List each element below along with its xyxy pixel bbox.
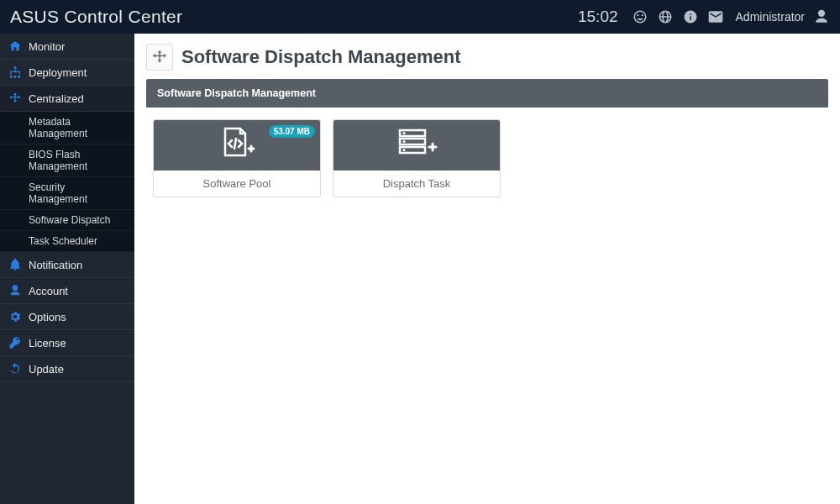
code-file-plus-icon <box>217 127 257 164</box>
page-heading: Software Dispatch Management <box>146 44 828 71</box>
page-title: Software Dispatch Management <box>181 46 461 68</box>
bell-icon <box>8 258 22 271</box>
sidebar-sub-label: Software Dispatch <box>29 214 110 226</box>
card-dispatch-task[interactable]: Dispatch Task <box>333 119 501 197</box>
sidebar-item-notification[interactable]: Notification <box>0 252 134 278</box>
sidebar: Monitor Deployment Centralized Metadata … <box>0 34 134 504</box>
sidebar-item-monitor[interactable]: Monitor <box>0 34 134 60</box>
server-plus-icon <box>395 127 438 164</box>
sidebar-item-label: Monitor <box>29 40 65 53</box>
mail-icon[interactable] <box>707 8 724 25</box>
globe-icon[interactable] <box>657 8 674 25</box>
sidebar-sub-bios-flash-management[interactable]: BIOS Flash Management <box>0 144 134 177</box>
panel-header: Software Dispatch Management <box>146 79 828 108</box>
card-top: 53.07 MB <box>154 120 320 171</box>
sidebar-sub-security-management[interactable]: Security Management <box>0 177 134 210</box>
info-icon[interactable] <box>682 8 699 25</box>
user-icon <box>8 284 22 297</box>
key-icon <box>8 336 22 349</box>
sidebar-item-label: Notification <box>29 259 82 271</box>
brand-title: ASUS Control Center <box>10 7 182 27</box>
panel-body: 53.07 MB Software Pool <box>146 108 828 209</box>
card-software-pool[interactable]: 53.07 MB Software Pool <box>153 119 321 197</box>
sidebar-sub-metadata-management[interactable]: Metadata Management <box>0 112 134 144</box>
sitemap-icon <box>8 66 22 79</box>
sidebar-item-label: License <box>29 337 66 349</box>
crosshair-icon <box>8 92 22 105</box>
card-label: Dispatch Task <box>333 171 500 197</box>
topbar-right: 15:02 Administrator <box>578 8 830 26</box>
sidebar-item-license[interactable]: License <box>0 330 134 356</box>
main-content: Software Dispatch Management Software Di… <box>134 34 840 504</box>
card-label: Software Pool <box>154 171 320 197</box>
sidebar-sub-label: BIOS Flash Management <box>29 149 126 172</box>
svg-point-4 <box>403 140 406 143</box>
svg-point-5 <box>403 149 406 151</box>
sidebar-item-update[interactable]: Update <box>0 356 134 382</box>
sidebar-item-centralized[interactable]: Centralized <box>0 86 134 112</box>
sidebar-item-label: Options <box>29 311 66 323</box>
crosshair-icon <box>146 44 173 71</box>
user-avatar-icon[interactable] <box>813 8 830 25</box>
topbar: ASUS Control Center 15:02 Administrator <box>0 0 840 34</box>
sidebar-item-label: Update <box>29 363 64 375</box>
size-badge: 53.07 MB <box>269 125 315 138</box>
sidebar-item-deployment[interactable]: Deployment <box>0 60 134 86</box>
gear-icon <box>8 310 22 323</box>
clock-time: 15:02 <box>578 8 618 26</box>
sidebar-sub-label: Metadata Management <box>29 116 126 139</box>
home-icon <box>8 39 22 53</box>
sidebar-item-label: Deployment <box>29 66 87 79</box>
sidebar-item-options[interactable]: Options <box>0 304 134 330</box>
card-top <box>333 120 500 171</box>
sidebar-item-label: Centralized <box>29 92 84 105</box>
sidebar-sub-software-dispatch[interactable]: Software Dispatch <box>0 210 134 231</box>
sidebar-item-label: Account <box>29 285 68 297</box>
sidebar-sub-task-scheduler[interactable]: Task Scheduler <box>0 231 134 252</box>
sidebar-sub-label: Task Scheduler <box>29 235 97 247</box>
user-label[interactable]: Administrator <box>736 10 805 24</box>
refresh-icon <box>8 362 22 375</box>
sidebar-item-account[interactable]: Account <box>0 278 134 304</box>
sidebar-sub-label: Security Management <box>29 181 126 205</box>
smile-icon[interactable] <box>632 8 648 25</box>
svg-point-3 <box>403 132 406 134</box>
